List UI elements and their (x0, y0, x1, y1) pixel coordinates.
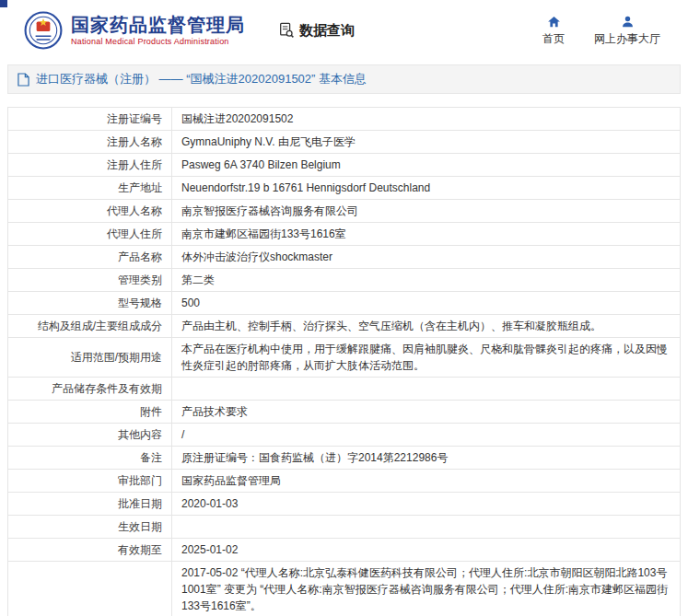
row-value: 原注册证编号：国食药监械（进）字2014第2212986号 (172, 447, 681, 470)
row-label: 代理人住所 (8, 223, 172, 246)
row-value: 国械注进20202091502 (172, 108, 681, 131)
top-nav: 首页 网上办事大厅 (542, 15, 660, 47)
row-value: / (172, 424, 681, 447)
corner-artifact (0, 0, 7, 7)
table-row: 审批部门国家药品监督管理局 (8, 470, 681, 493)
row-value: 2020-01-03 (172, 493, 681, 516)
agency-name-en: National Medical Products Administration (71, 37, 245, 46)
table-row: 结构及组成/主要组成成分产品由主机、控制手柄、治疗探头、空气压缩机（含在主机内）… (8, 315, 681, 338)
table-row: 生效日期 (8, 516, 681, 539)
table-row: 批准日期2020-01-03 (8, 493, 681, 516)
nav-item-label: 首页 (542, 31, 565, 47)
nav-item-service-hall[interactable]: 网上办事大厅 (594, 15, 660, 47)
table-row: 备注原注册证编号：国食药监械（进）字2014第2212986号 (8, 447, 681, 470)
row-label: 适用范围/预期用途 (8, 338, 172, 378)
table-row: 生产地址Neuendorfstr.19 b 16761 Hennigsdorf … (8, 177, 681, 200)
table-row: 其他内容/ (8, 424, 681, 447)
table-row: 代理人住所南京市建邺区福园街133号1616室 (8, 223, 681, 246)
table-row: 附件产品技术要求 (8, 401, 681, 424)
row-label: 生效日期 (8, 516, 172, 539)
person-icon (621, 15, 635, 29)
agency-logo: 国家药品监督管理局 National Medical Products Admi… (24, 11, 245, 50)
row-value: 体外冲击波治疗仪shockmaster (172, 246, 681, 269)
row-label: 批准日期 (8, 493, 172, 516)
row-value: Neuendorfstr.19 b 16761 Hennigsdorf Deut… (172, 177, 681, 200)
row-label: 备注 (8, 447, 172, 470)
breadcrumb-text: 进口医疗器械（注册） —— “国械注进20202091502” 基本信息 (36, 71, 367, 87)
row-value (172, 516, 681, 539)
row-label: 产品储存条件及有效期 (8, 378, 172, 401)
row-value: 500 (172, 292, 681, 315)
nav-item-label: 网上办事大厅 (594, 31, 660, 47)
table-row: 管理类别第二类 (8, 269, 681, 292)
site-header: 国家药品监督管理局 National Medical Products Admi… (0, 0, 688, 59)
nav-item-home[interactable]: 首页 (542, 15, 565, 47)
row-value: 南京市建邺区福园街133号1616室 (172, 223, 681, 246)
row-label: 产品名称 (8, 246, 172, 269)
table-row: 变更情况2017-05-02 “代理人名称:北京弘泰科健医药科技有限公司；代理人… (8, 562, 681, 616)
row-label: 注册证编号 (8, 108, 172, 131)
table-row: 注册证编号国械注进20202091502 (8, 108, 681, 131)
info-table-body: 注册证编号国械注进20202091502注册人名称GymnaUniphy N.V… (8, 108, 681, 616)
row-label: 注册人住所 (8, 154, 172, 177)
row-value: GymnaUniphy N.V. 由尼飞电子医学 (172, 131, 681, 154)
document-icon (17, 73, 29, 87)
data-query-label: 数据查询 (299, 22, 355, 40)
row-label: 代理人名称 (8, 200, 172, 223)
row-label: 附件 (8, 401, 172, 424)
agency-name-cn: 国家药品监督管理局 (71, 15, 245, 35)
row-label: 注册人名称 (8, 131, 172, 154)
row-label: 型号规格 (8, 292, 172, 315)
agency-name-block: 国家药品监督管理局 National Medical Products Admi… (71, 15, 245, 46)
row-value: 国家药品监督管理局 (172, 470, 681, 493)
table-row: 适用范围/预期用途本产品在医疗机构中使用，用于缓解跟腱痛、因肩袖肌腱炎、尺桡和肱… (8, 338, 681, 378)
row-value: 产品技术要求 (172, 401, 681, 424)
table-row: 有效期至2025-01-02 (8, 539, 681, 562)
row-label: 审批部门 (8, 470, 172, 493)
row-value: 产品由主机、控制手柄、治疗探头、空气压缩机（含在主机内）、推车和凝胶瓶组成。 (172, 315, 681, 338)
row-value (172, 378, 681, 401)
row-value: 2017-05-02 “代理人名称:北京弘泰科健医药科技有限公司；代理人住所:北… (172, 562, 681, 616)
breadcrumb: 进口医疗器械（注册） —— “国械注进20202091502” 基本信息 (7, 64, 681, 94)
table-row: 产品储存条件及有效期 (8, 378, 681, 401)
table-row: 产品名称体外冲击波治疗仪shockmaster (8, 246, 681, 269)
table-row: 注册人名称GymnaUniphy N.V. 由尼飞电子医学 (8, 131, 681, 154)
row-value: 第二类 (172, 269, 681, 292)
data-query-link[interactable]: 数据查询 (278, 22, 355, 40)
doc-search-icon (278, 22, 295, 39)
row-value: 南京智报医疗器械咨询服务有限公司 (172, 200, 681, 223)
home-icon (547, 15, 561, 29)
row-value: 本产品在医疗机构中使用，用于缓解跟腱痛、因肩袖肌腱炎、尺桡和肱骨髁炎引起的疼痛，… (172, 338, 681, 378)
registration-info-table: 注册证编号国械注进20202091502注册人名称GymnaUniphy N.V… (7, 107, 681, 616)
table-row: 注册人住所Pasweg 6A 3740 Bilzen Belgium (8, 154, 681, 177)
row-label: 生产地址 (8, 177, 172, 200)
row-label: 其他内容 (8, 424, 172, 447)
row-value: 2025-01-02 (172, 539, 681, 562)
row-label: 变更情况 (8, 562, 172, 616)
row-label: 有效期至 (8, 539, 172, 562)
row-label: 结构及组成/主要组成成分 (8, 315, 172, 338)
national-emblem-icon (24, 11, 63, 50)
table-row: 型号规格500 (8, 292, 681, 315)
row-label: 管理类别 (8, 269, 172, 292)
row-value: Pasweg 6A 3740 Bilzen Belgium (172, 154, 681, 177)
table-row: 代理人名称南京智报医疗器械咨询服务有限公司 (8, 200, 681, 223)
